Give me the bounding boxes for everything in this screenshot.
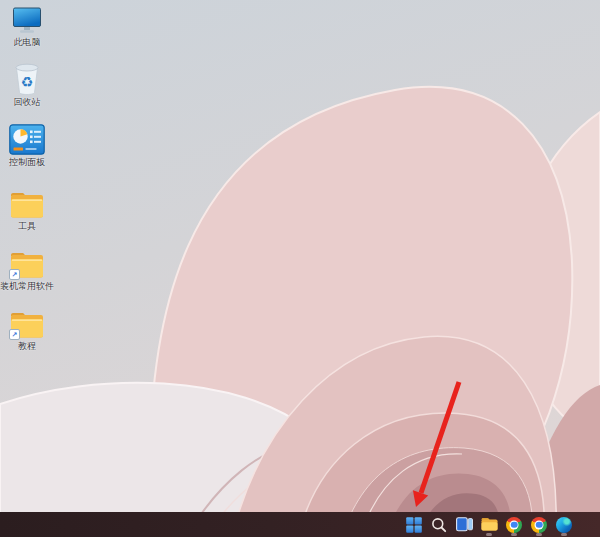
- chrome-icon: [531, 517, 547, 533]
- search-button[interactable]: [428, 513, 450, 537]
- shortcut-arrow-icon: ↗: [9, 329, 20, 340]
- desktop-icon-label: 回收站: [14, 97, 41, 107]
- edge-button[interactable]: [553, 513, 575, 537]
- chrome-icon: [506, 517, 522, 533]
- folder-icon: ↗: [10, 310, 44, 339]
- running-indicator: [511, 533, 517, 536]
- folder-icon: ↗: [10, 250, 44, 279]
- desktop-icon-label: 装机常用软件: [0, 281, 54, 291]
- file-explorer-button[interactable]: [478, 513, 500, 537]
- desktop-icon-control-panel[interactable]: 控制面板: [0, 124, 54, 167]
- windows-desktop: 此电脑 ♻ 回收站: [0, 0, 600, 537]
- desktop-icon-folder-3[interactable]: ↗ 教程: [0, 310, 54, 351]
- desktop-icon-label: 控制面板: [9, 157, 45, 167]
- this-pc-icon: [12, 7, 42, 35]
- desktop-icon-label: 此电脑: [14, 37, 41, 47]
- taskbar-centered-icons: [403, 512, 575, 537]
- desktop-icon-this-pc[interactable]: 此电脑: [0, 7, 54, 47]
- chrome-button[interactable]: [503, 513, 525, 537]
- desktop-icon-recycle-bin[interactable]: ♻ 回收站: [0, 63, 54, 107]
- file-explorer-icon: [481, 517, 498, 532]
- task-view-button[interactable]: [453, 513, 475, 537]
- shortcut-arrow-icon: ↗: [9, 269, 20, 280]
- running-indicator: [486, 533, 492, 536]
- search-icon: [431, 517, 447, 533]
- folder-icon: [10, 190, 44, 219]
- start-button[interactable]: [403, 513, 425, 537]
- desktop-icon-label: 工具: [18, 221, 36, 231]
- desktop-icon-folder-1[interactable]: 工具: [0, 190, 54, 231]
- desktop-icon-label: 教程: [18, 341, 36, 351]
- desktop-wallpaper-bloom: [0, 0, 600, 537]
- running-indicator: [561, 533, 567, 536]
- edge-icon: [556, 517, 572, 533]
- recycle-glyph: ♻: [21, 74, 34, 90]
- running-indicator: [536, 533, 542, 536]
- chrome-2-button[interactable]: [528, 513, 550, 537]
- windows-start-icon: [406, 517, 422, 533]
- taskbar: [0, 512, 600, 537]
- recycle-bin-icon: ♻: [14, 63, 40, 95]
- task-view-icon: [456, 517, 473, 532]
- control-panel-icon: [9, 124, 45, 155]
- desktop-icon-folder-2[interactable]: ↗ 装机常用软件: [0, 250, 54, 291]
